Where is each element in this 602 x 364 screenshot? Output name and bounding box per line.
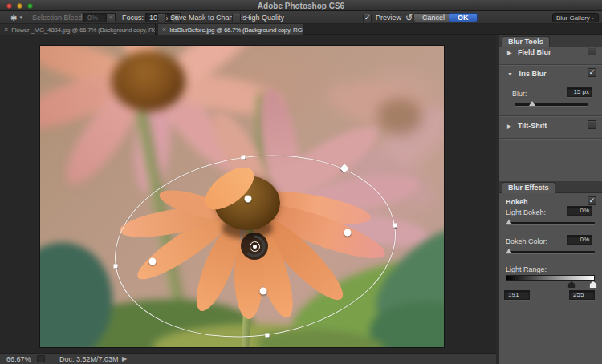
light-bokeh-label: Light Bokeh: xyxy=(506,208,546,216)
window-title: Adobe Photoshop CS6 xyxy=(0,2,602,10)
selection-bleed-caret-icon: ▾ xyxy=(106,13,116,22)
bokeh-label: Bokeh xyxy=(506,198,528,206)
blur-amount-field[interactable]: 15 px xyxy=(567,87,592,97)
close-tab-icon[interactable]: × xyxy=(162,25,166,34)
section-divider xyxy=(499,138,602,140)
high-quality-label: High Quality xyxy=(245,14,284,22)
blur-pin[interactable] xyxy=(240,232,269,261)
blur-tool-icon[interactable]: ✱ xyxy=(10,14,17,22)
light-bokeh-field[interactable]: 0% xyxy=(567,206,592,216)
light-range-low-thumb[interactable] xyxy=(568,281,576,288)
feather-dot-bottom[interactable] xyxy=(260,288,267,295)
status-options-arrow-icon[interactable]: ▶ xyxy=(122,355,127,362)
high-quality-checkbox[interactable] xyxy=(232,14,241,22)
iris-blur-checkbox[interactable]: ✓ xyxy=(588,68,596,77)
right-panel: Blur Tools ▶ Field Blur ▼ Iris Blur ✓ Bl… xyxy=(499,35,602,364)
blur-tools-panel-tab[interactable]: Blur Tools xyxy=(502,36,550,47)
feather-dot-top[interactable] xyxy=(245,196,252,203)
blur-pin-center xyxy=(253,245,257,249)
collapsed-arrow-icon[interactable]: ▶ xyxy=(507,50,511,55)
blur-amount-label: Blur: xyxy=(512,90,527,98)
bokeh-color-field[interactable]: 0% xyxy=(567,235,592,245)
focus-label: Focus: xyxy=(122,14,144,22)
light-range-high-thumb[interactable] xyxy=(590,281,597,288)
tab-label: Flower _MG_4884.jpg @ 66.7% (Background … xyxy=(11,26,156,34)
bokeh-color-slider-thumb[interactable] xyxy=(506,249,512,253)
blur-amount-slider[interactable] xyxy=(515,103,588,106)
cancel-button[interactable]: Cancel xyxy=(413,13,454,22)
bokeh-color-label: Bokeh Color: xyxy=(506,237,547,245)
tilt-shift-checkbox[interactable] xyxy=(588,120,596,129)
blur-effects-tabstrip: Blur Effects xyxy=(499,181,602,193)
blur-effects-panel-tab[interactable]: Blur Effects xyxy=(502,182,555,193)
tilt-shift-section-header[interactable]: ▶ Tilt-Shift xyxy=(507,122,547,130)
titlebar: Adobe Photoshop CS6 xyxy=(0,0,602,11)
light-range-high-field[interactable]: 255 xyxy=(569,290,595,300)
workspace-value: Blur Gallery xyxy=(556,14,590,22)
doc-size-readout: Doc: 3.52M/7.03M xyxy=(59,355,119,363)
bokeh-checkbox[interactable]: ✓ xyxy=(588,196,596,205)
tool-preset-caret-icon[interactable]: ▾ xyxy=(19,14,22,21)
feather-dot-left[interactable] xyxy=(149,258,157,265)
light-range-gradient xyxy=(506,275,595,281)
photoshop-window: Adobe Photoshop CS6 ✱ ▾ Selection Bleed:… xyxy=(0,0,602,364)
status-bar: 66.67% Doc: 3.52M/7.03M ▶ xyxy=(0,353,496,364)
blur-amount-slider-thumb[interactable] xyxy=(529,101,535,106)
tab-flower-document[interactable]: × Flower _MG_4884.jpg @ 66.7% (Backgroun… xyxy=(0,24,156,35)
options-bar: ✱ ▾ Selection Bleed: 0% ▾ Focus: 100% ▾ … xyxy=(0,11,602,24)
light-bokeh-slider-thumb[interactable] xyxy=(506,220,512,224)
workspace-caret-icon: ⌄ xyxy=(591,16,595,20)
field-blur-section-header[interactable]: ▶ Field Blur xyxy=(507,48,551,56)
iris-blur-section-header[interactable]: ▼ Iris Blur xyxy=(507,70,546,78)
field-blur-checkbox[interactable] xyxy=(588,47,596,55)
photo[interactable] xyxy=(40,46,444,347)
canvas-area xyxy=(0,35,496,353)
preview-checkbox[interactable]: ✓ xyxy=(363,14,372,22)
ellipse-handle-top[interactable] xyxy=(242,156,246,160)
feather-dot-right[interactable] xyxy=(344,229,352,237)
tab-label: IrisBlurBefore.jpg @ 66.7% (Background c… xyxy=(169,26,303,34)
selection-bleed-value: 0% xyxy=(83,13,106,22)
blur-tools-tabstrip: Blur Tools xyxy=(499,35,602,47)
reset-icon[interactable]: ↺ xyxy=(405,13,413,22)
expanded-arrow-icon[interactable]: ▼ xyxy=(507,71,513,77)
zoom-level-field[interactable]: 66.67% xyxy=(6,355,31,363)
preview-label: Preview xyxy=(376,14,401,22)
iris-blur-overlay xyxy=(40,46,444,347)
status-icon xyxy=(37,355,45,362)
bokeh-color-slider[interactable] xyxy=(506,251,595,253)
selection-bleed-label: Selection Bleed: xyxy=(32,14,84,22)
ellipse-handle-bottom[interactable] xyxy=(266,334,270,338)
ellipse-handle-left[interactable] xyxy=(114,265,118,269)
light-range-label: Light Range: xyxy=(506,265,547,273)
tab-irisblurbefore-document[interactable]: × IrisBlurBefore.jpg @ 66.7% (Background… xyxy=(158,24,303,35)
document-tab-bar: × Flower _MG_4884.jpg @ 66.7% (Backgroun… xyxy=(0,24,602,35)
save-mask-checkbox[interactable] xyxy=(157,14,166,22)
selection-bleed-dropdown: 0% ▾ xyxy=(83,13,116,22)
ok-button[interactable]: OK xyxy=(449,13,478,22)
section-divider xyxy=(499,115,602,117)
section-divider xyxy=(499,64,602,66)
ellipse-handle-right[interactable] xyxy=(393,224,397,228)
close-tab-icon[interactable]: × xyxy=(4,25,8,34)
workspace-switcher[interactable]: Blur Gallery ⌄ xyxy=(552,13,599,22)
light-bokeh-slider[interactable] xyxy=(506,222,595,224)
light-range-low-field[interactable]: 191 xyxy=(504,290,530,300)
collapsed-arrow-icon[interactable]: ▶ xyxy=(507,123,511,129)
